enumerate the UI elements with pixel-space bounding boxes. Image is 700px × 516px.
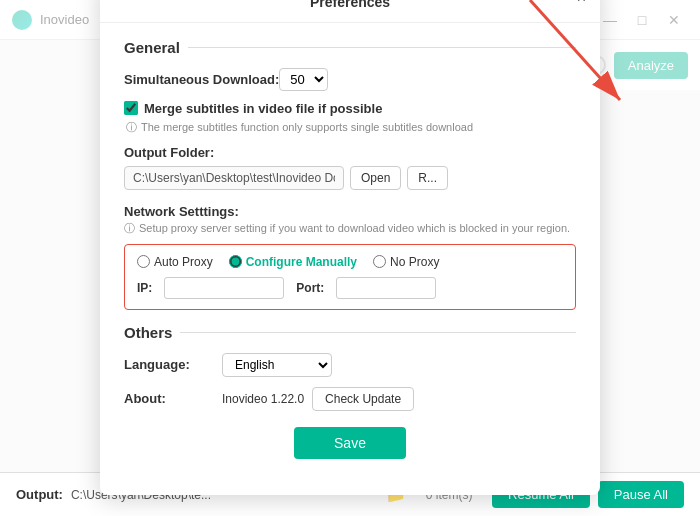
- proxy-box: Auto Proxy Configure Manually No Proxy I…: [124, 244, 576, 310]
- merge-info: ⓘ The merge subtitles function only supp…: [124, 120, 576, 135]
- proxy-options-row: Auto Proxy Configure Manually No Proxy: [137, 255, 563, 269]
- output-bar-label: Output:: [16, 487, 63, 502]
- info-icon: ⓘ: [126, 120, 137, 135]
- merge-label: Merge subtitles in video file if possibl…: [144, 101, 382, 116]
- language-label: Language:: [124, 357, 214, 372]
- dialog-title: Preferences: [310, 0, 390, 10]
- language-row: Language: English Chinese Spanish French…: [124, 353, 576, 377]
- ip-label: IP:: [137, 281, 152, 295]
- preferences-dialog: Preferences × General Simultaneous Downl…: [100, 0, 600, 495]
- others-section: Others Language: English Chinese Spanish…: [124, 324, 576, 411]
- folder-path-input[interactable]: [124, 166, 344, 190]
- dialog-header: Preferences ×: [100, 0, 600, 23]
- about-label: About:: [124, 391, 214, 406]
- reset-folder-button[interactable]: R...: [407, 166, 448, 190]
- save-row: Save: [124, 427, 576, 459]
- manual-proxy-radio[interactable]: [229, 255, 242, 268]
- auto-proxy-label: Auto Proxy: [154, 255, 213, 269]
- others-heading: Others: [124, 324, 576, 341]
- no-proxy-option[interactable]: No Proxy: [373, 255, 439, 269]
- open-folder-button[interactable]: Open: [350, 166, 401, 190]
- about-row: About: Inovideo 1.22.0 Check Update: [124, 387, 576, 411]
- auto-proxy-radio[interactable]: [137, 255, 150, 268]
- no-proxy-radio[interactable]: [373, 255, 386, 268]
- save-button[interactable]: Save: [294, 427, 406, 459]
- configure-manually-label: Configure Manually: [246, 255, 357, 269]
- configure-manually-option[interactable]: Configure Manually: [229, 255, 357, 269]
- merge-checkbox[interactable]: [124, 101, 138, 115]
- simultaneous-select[interactable]: 50 25 10: [279, 68, 328, 91]
- auto-proxy-option[interactable]: Auto Proxy: [137, 255, 213, 269]
- ip-port-row: IP: Port:: [137, 277, 563, 299]
- simultaneous-label: Simultaneous Download:: [124, 72, 279, 87]
- app-window: Inovideo 👤 🔔 ⚙ — □ ✕ Analyze: [0, 0, 700, 516]
- merge-checkbox-row: Merge subtitles in video file if possibl…: [124, 101, 576, 116]
- about-version: Inovideo 1.22.0: [222, 392, 304, 406]
- info-circle-icon: ⓘ: [124, 221, 135, 236]
- network-heading: Network Setttings:: [124, 204, 576, 219]
- general-heading: General: [124, 39, 576, 56]
- dialog-close-button[interactable]: ×: [577, 0, 586, 6]
- port-label: Port:: [296, 281, 324, 295]
- check-update-button[interactable]: Check Update: [312, 387, 414, 411]
- folder-row: Open R...: [124, 166, 576, 190]
- ip-input[interactable]: [164, 277, 284, 299]
- pause-all-button[interactable]: Pause All: [598, 481, 684, 508]
- dialog-body: General Simultaneous Download: 50 25 10 …: [100, 23, 600, 475]
- simultaneous-row: Simultaneous Download: 50 25 10: [124, 68, 576, 91]
- port-input[interactable]: [336, 277, 436, 299]
- output-folder-label: Output Folder:: [124, 145, 576, 160]
- modal-overlay: Preferences × General Simultaneous Downl…: [0, 0, 700, 472]
- no-proxy-label: No Proxy: [390, 255, 439, 269]
- network-info: ⓘ Setup proxy server setting if you want…: [124, 221, 576, 236]
- language-select[interactable]: English Chinese Spanish French German: [222, 353, 332, 377]
